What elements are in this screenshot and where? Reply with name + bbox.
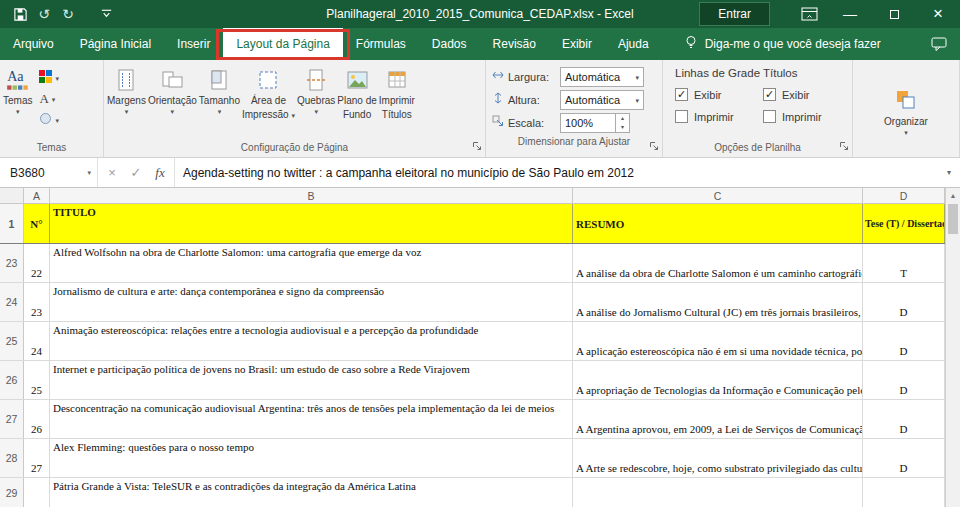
name-box-dropdown-icon[interactable]: ▾: [87, 169, 91, 177]
row-header[interactable]: 24: [0, 283, 24, 321]
headings-exibir-checkbox-row[interactable]: ✓ Exibir: [763, 88, 837, 101]
scroll-up-icon[interactable]: ▲: [946, 188, 960, 203]
cell-resumo[interactable]: A análise do Jornalismo Cultural (JC) em…: [573, 283, 863, 321]
checkbox-checked[interactable]: ✓: [675, 88, 688, 101]
cell-numero[interactable]: 27: [24, 439, 50, 477]
sign-in-button[interactable]: Entrar: [699, 2, 770, 26]
tab-revisao[interactable]: Revisão: [480, 28, 549, 60]
exibir-label[interactable]: Exibir: [782, 89, 810, 101]
enter-icon[interactable]: ✓: [124, 165, 148, 180]
minimize-button[interactable]: —: [828, 0, 872, 28]
row-header[interactable]: 1: [0, 204, 24, 243]
cell-titulo[interactable]: Internet e participação política de jove…: [50, 361, 573, 399]
cell-numero[interactable]: 22: [24, 244, 50, 282]
cell-titulo[interactable]: Alex Flemming: questões para o nosso tem…: [50, 439, 573, 477]
tab-arquivo[interactable]: Arquivo: [0, 28, 67, 60]
cell-tipo[interactable]: D: [863, 400, 945, 438]
cell-tipo-header[interactable]: Tese (T) / Dissertaçã: [863, 204, 945, 243]
tab-inserir[interactable]: Inserir: [164, 28, 223, 60]
imprimir-label[interactable]: Imprimir: [782, 111, 822, 123]
insert-function-icon[interactable]: fx: [148, 165, 172, 181]
undo-icon[interactable]: ↺: [32, 1, 56, 27]
quebras-button[interactable]: Quebras ▾: [296, 63, 336, 116]
row-header[interactable]: 27: [0, 400, 24, 438]
maximize-button[interactable]: [872, 0, 916, 28]
column-header-b[interactable]: B: [50, 188, 573, 203]
organizar-button[interactable]: Organizar ▾: [883, 84, 929, 137]
tab-exibir[interactable]: Exibir: [549, 28, 605, 60]
area-de-impressao-button[interactable]: Área de Impressão ▾: [241, 63, 296, 122]
orientacao-button[interactable]: Orientação ▾: [147, 63, 198, 116]
cell-tipo[interactable]: T: [863, 244, 945, 282]
imprimir-titulos-button[interactable]: Imprimir Títulos: [378, 63, 416, 122]
tab-ajuda[interactable]: Ajuda: [605, 28, 662, 60]
formula-input[interactable]: Agenda-setting no twitter : a campanha e…: [175, 158, 938, 187]
select-all-corner[interactable]: [0, 188, 24, 203]
imprimir-label[interactable]: Imprimir: [694, 111, 734, 123]
checkbox-unchecked[interactable]: [763, 110, 776, 123]
name-box[interactable]: B3680 ▾: [0, 158, 98, 187]
checkbox-unchecked[interactable]: [675, 110, 688, 123]
cell-tipo[interactable]: D: [863, 439, 945, 477]
theme-effects-button[interactable]: ▾: [37, 111, 61, 129]
cancel-icon[interactable]: ×: [100, 165, 124, 180]
cell-resumo[interactable]: [573, 478, 863, 507]
cell-resumo[interactable]: A análise da obra de Charlotte Salomon é…: [573, 244, 863, 282]
tamanho-button[interactable]: Tamanho ▾: [198, 63, 241, 116]
row-header[interactable]: 28: [0, 439, 24, 477]
cell-resumo[interactable]: A aplicação estereoscópica não é em si u…: [573, 322, 863, 360]
vertical-scrollbar[interactable]: ▲: [945, 188, 960, 507]
tell-me-search[interactable]: Diga-me o que você deseja fazer: [684, 28, 881, 60]
margens-button[interactable]: Margens ▾: [106, 63, 147, 116]
row-header[interactable]: 23: [0, 244, 24, 282]
temas-button[interactable]: Aa Temas ▾: [2, 63, 33, 116]
column-header-a[interactable]: A: [24, 188, 50, 203]
gridlines-imprimir-checkbox-row[interactable]: Imprimir: [675, 110, 749, 123]
comments-icon[interactable]: [931, 28, 948, 60]
cell-numero[interactable]: 26: [24, 400, 50, 438]
tab-dados[interactable]: Dados: [419, 28, 480, 60]
tab-layout-da-pagina[interactable]: Layout da Página: [223, 28, 342, 60]
theme-colors-button[interactable]: ▾: [37, 69, 61, 87]
redo-icon[interactable]: ↻: [56, 1, 80, 27]
cell-titulo-header[interactable]: TITULO: [50, 204, 573, 243]
cell-tipo[interactable]: D: [863, 322, 945, 360]
escala-spinner[interactable]: 100% ▴ ▾: [560, 113, 630, 133]
dialog-launcher-icon[interactable]: [472, 140, 482, 154]
column-header-d[interactable]: D: [863, 188, 945, 203]
cell-tipo[interactable]: D: [863, 361, 945, 399]
cell-numero[interactable]: 25: [24, 361, 50, 399]
gridlines-exibir-checkbox-row[interactable]: ✓ Exibir: [675, 88, 749, 101]
altura-combo[interactable]: Automática ▾: [560, 90, 644, 110]
cell-titulo[interactable]: Animação estereoscópica: relações entre …: [50, 322, 573, 360]
dialog-launcher-icon[interactable]: [649, 140, 659, 154]
row-header[interactable]: 25: [0, 322, 24, 360]
escala-value-box[interactable]: 100%: [560, 113, 616, 133]
close-button[interactable]: ×: [916, 0, 960, 28]
cell-titulo[interactable]: Pátria Grande à Vista: TeleSUR e as cont…: [50, 478, 573, 507]
checkbox-checked[interactable]: ✓: [763, 88, 776, 101]
tab-formulas[interactable]: Fórmulas: [343, 28, 419, 60]
spin-up-icon[interactable]: ▴: [616, 114, 629, 123]
cell-resumo[interactable]: A Arte se redescobre, hoje, como substra…: [573, 439, 863, 477]
cell-numero[interactable]: 23: [24, 283, 50, 321]
cell-titulo[interactable]: Desconcentração na comunicação audiovisu…: [50, 400, 573, 438]
expand-formula-bar-icon[interactable]: ▾: [938, 158, 960, 187]
cell-resumo-header[interactable]: RESUMO: [573, 204, 863, 243]
dialog-launcher-icon[interactable]: [839, 140, 849, 154]
row-header[interactable]: 29: [0, 478, 24, 507]
largura-combo[interactable]: Automática ▾: [560, 67, 644, 87]
headings-imprimir-checkbox-row[interactable]: Imprimir: [763, 110, 837, 123]
theme-fonts-button[interactable]: A ▾: [37, 90, 61, 108]
row-header[interactable]: 26: [0, 361, 24, 399]
column-header-c[interactable]: C: [573, 188, 863, 203]
cell-titulo[interactable]: Alfred Wolfsohn na obra de Charlotte Sal…: [50, 244, 573, 282]
cell-resumo[interactable]: A Argentina aprovou, em 2009, a Lei de S…: [573, 400, 863, 438]
customize-quick-access-icon[interactable]: [94, 1, 118, 27]
save-icon[interactable]: [8, 1, 32, 27]
spin-down-icon[interactable]: ▾: [616, 123, 629, 132]
scrollbar-thumb[interactable]: [948, 204, 958, 234]
tab-pagina-inicial[interactable]: Página Inicial: [67, 28, 164, 60]
cell-titulo[interactable]: Jornalismo de cultura e arte: dança cont…: [50, 283, 573, 321]
cell-tipo[interactable]: [863, 478, 945, 507]
